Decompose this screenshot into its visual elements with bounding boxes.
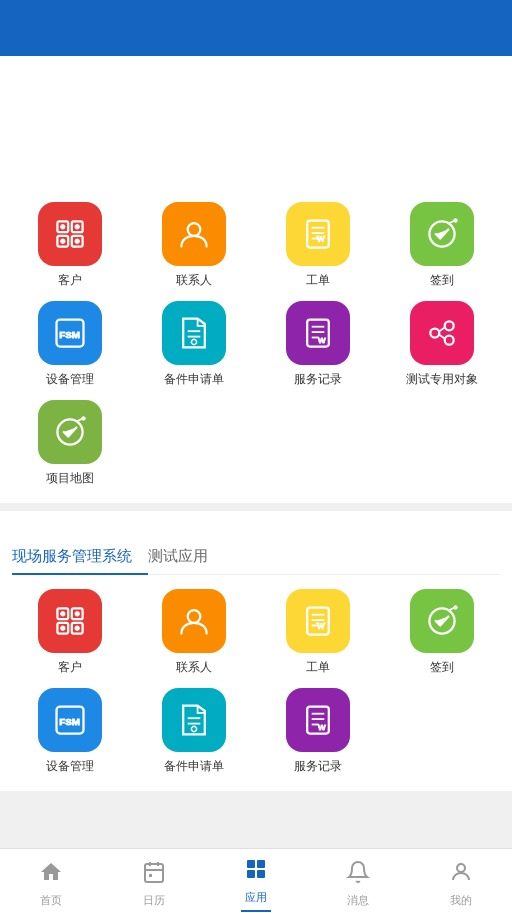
app-label-checkin: 签到 xyxy=(430,272,454,289)
apps-tabs: 现场服务管理系统测试应用 xyxy=(12,539,500,575)
app-label-fsm: 设备管理 xyxy=(46,371,94,388)
svg-rect-64 xyxy=(247,870,255,878)
all-app-checkin2[interactable]: 签到 xyxy=(384,589,500,676)
app-icon-workorder2: W xyxy=(286,589,350,653)
nav-label-calendar: 日历 xyxy=(143,893,165,908)
recent-app-test_obj[interactable]: 测试专用对象 xyxy=(384,301,500,388)
svg-text:FSM: FSM xyxy=(59,329,80,340)
nav-label-home: 首页 xyxy=(40,893,62,908)
app-label-contact: 联系人 xyxy=(176,272,212,289)
svg-point-4 xyxy=(61,225,66,230)
app-label-workorder2: 工单 xyxy=(306,659,330,676)
app-label-customer2: 客户 xyxy=(58,659,82,676)
svg-rect-61 xyxy=(149,874,152,877)
nav-label-mine: 我的 xyxy=(450,893,472,908)
app-icon-contact2 xyxy=(162,589,226,653)
tab-test_apps[interactable]: 测试应用 xyxy=(148,539,224,574)
app-label-contact2: 联系人 xyxy=(176,659,212,676)
svg-line-28 xyxy=(439,328,444,332)
bottom-nav: 首页 日历 应用 消息 我的 xyxy=(0,848,512,913)
nav-icon-calendar xyxy=(142,860,166,890)
all-app-workorder2[interactable]: W 工单 xyxy=(260,589,376,676)
svg-point-8 xyxy=(188,223,201,236)
svg-rect-62 xyxy=(247,860,255,868)
app-label-workorder: 工单 xyxy=(306,272,330,289)
app-label-test_obj: 测试专用对象 xyxy=(406,371,478,388)
app-icon-customer2 xyxy=(38,589,102,653)
nav-calendar[interactable]: 日历 xyxy=(102,854,204,908)
app-icon-test_obj xyxy=(410,301,474,365)
app-label-customer: 客户 xyxy=(58,272,82,289)
svg-text:W: W xyxy=(318,723,326,732)
svg-point-26 xyxy=(445,321,454,330)
all-app-fsm2[interactable]: FSM 设备管理 xyxy=(12,688,128,775)
nav-label-apps: 应用 xyxy=(245,890,267,905)
app-label-checkin2: 签到 xyxy=(430,659,454,676)
svg-point-39 xyxy=(75,626,80,631)
app-icon-fsm2: FSM xyxy=(38,688,102,752)
nav-home[interactable]: 首页 xyxy=(0,854,102,908)
recent-app-fsm[interactable]: FSM 设备管理 xyxy=(12,301,128,388)
banner-area xyxy=(0,56,512,186)
app-icon-project_map xyxy=(38,400,102,464)
svg-text:W: W xyxy=(316,234,325,244)
app-icon-checkin2 xyxy=(410,589,474,653)
app-label-fsm2: 设备管理 xyxy=(46,758,94,775)
recent-app-service[interactable]: W 服务记录 xyxy=(260,301,376,388)
svg-point-25 xyxy=(430,329,439,338)
svg-point-40 xyxy=(188,610,201,623)
nav-messages[interactable]: 消息 xyxy=(307,854,409,908)
all-apps-grid: 客户 联系人 W 工单 签到 xyxy=(12,589,500,775)
recent-app-checkin[interactable]: 签到 xyxy=(384,202,500,289)
svg-line-29 xyxy=(439,335,444,339)
nav-icon-apps xyxy=(244,857,268,887)
app-icon-fsm: FSM xyxy=(38,301,102,365)
app-label-spare: 备件申请单 xyxy=(164,371,224,388)
recent-app-customer[interactable]: 客户 xyxy=(12,202,128,289)
nav-icon-mine xyxy=(449,860,473,890)
svg-point-36 xyxy=(61,612,66,617)
svg-text:FSM: FSM xyxy=(59,716,80,727)
recent-app-project_map[interactable]: 项目地图 xyxy=(12,400,128,487)
svg-point-15 xyxy=(454,219,458,223)
app-label-service2: 服务记录 xyxy=(294,758,342,775)
svg-point-37 xyxy=(75,612,80,617)
svg-point-6 xyxy=(61,239,66,244)
all-app-service2[interactable]: W 服务记录 xyxy=(260,688,376,775)
nav-mine[interactable]: 我的 xyxy=(410,854,512,908)
svg-text:W: W xyxy=(318,336,326,345)
svg-point-66 xyxy=(457,864,465,872)
nav-apps[interactable]: 应用 xyxy=(205,851,307,912)
svg-rect-57 xyxy=(145,864,163,882)
svg-point-38 xyxy=(61,626,66,631)
nav-label-messages: 消息 xyxy=(347,893,369,908)
svg-rect-65 xyxy=(257,870,265,878)
app-icon-checkin xyxy=(410,202,474,266)
all-app-customer2[interactable]: 客户 xyxy=(12,589,128,676)
app-icon-workorder: W xyxy=(286,202,350,266)
app-icon-service2: W xyxy=(286,688,350,752)
svg-point-27 xyxy=(445,336,454,345)
recent-app-spare[interactable]: 备件申请单 xyxy=(136,301,252,388)
svg-point-7 xyxy=(75,239,80,244)
nav-icon-messages xyxy=(346,860,370,890)
app-icon-spare2 xyxy=(162,688,226,752)
svg-text:W: W xyxy=(316,621,325,631)
app-icon-contact xyxy=(162,202,226,266)
app-icon-service: W xyxy=(286,301,350,365)
app-icon-customer xyxy=(38,202,102,266)
all-app-contact2[interactable]: 联系人 xyxy=(136,589,252,676)
svg-point-31 xyxy=(82,417,86,421)
app-label-service: 服务记录 xyxy=(294,371,342,388)
svg-point-47 xyxy=(454,606,458,610)
recent-app-contact[interactable]: 联系人 xyxy=(136,202,252,289)
app-label-project_map: 项目地图 xyxy=(46,470,94,487)
svg-rect-63 xyxy=(257,860,265,868)
scroll-area: 客户 联系人 W 工单 签到 xyxy=(0,56,512,848)
recent-app-workorder[interactable]: W 工单 xyxy=(260,202,376,289)
all-app-spare2[interactable]: 备件申请单 xyxy=(136,688,252,775)
recent-apps-grid: 客户 联系人 W 工单 签到 xyxy=(12,202,500,487)
tab-fsm_system[interactable]: 现场服务管理系统 xyxy=(12,539,148,574)
nav-icon-home xyxy=(39,860,63,890)
app-icon-spare xyxy=(162,301,226,365)
